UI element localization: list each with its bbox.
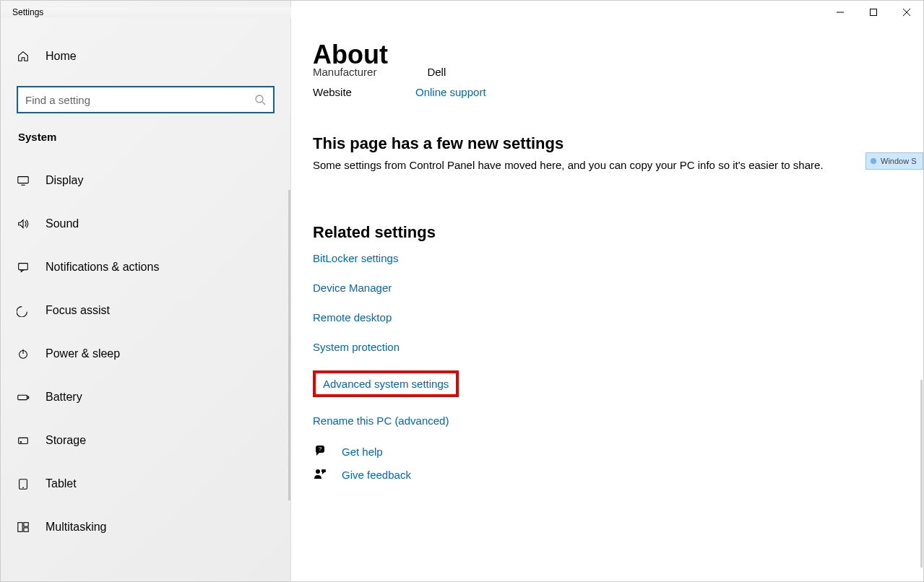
svg-text:?: ? <box>319 446 322 452</box>
svg-point-14 <box>20 442 21 443</box>
svg-rect-18 <box>24 523 28 526</box>
sidebar-item-sound[interactable]: Sound <box>1 202 290 246</box>
sidebar-home[interactable]: Home <box>1 38 290 74</box>
sidebar-item-label: Display <box>46 174 83 187</box>
help-icon: ? <box>313 444 327 459</box>
focus-assist-icon <box>17 304 30 317</box>
online-support-link[interactable]: Online support <box>415 86 486 98</box>
give-feedback-row[interactable]: Give feedback <box>313 467 923 482</box>
sidebar-item-label: Sound <box>46 217 79 230</box>
sidebar-item-label: Storage <box>46 434 86 447</box>
svg-rect-11 <box>18 395 27 399</box>
rename-pc-link[interactable]: Rename this PC (advanced) <box>313 414 449 427</box>
battery-icon <box>17 391 30 404</box>
display-icon <box>17 174 30 187</box>
sidebar-item-focus-assist[interactable]: Focus assist <box>1 289 290 332</box>
sidebar-item-label: Focus assist <box>46 304 110 317</box>
svg-rect-6 <box>18 177 28 183</box>
system-protection-link[interactable]: System protection <box>313 341 400 353</box>
bitlocker-settings-link[interactable]: BitLocker settings <box>313 252 398 264</box>
tablet-icon <box>17 477 30 490</box>
sidebar-item-power-sleep[interactable]: Power & sleep <box>1 332 290 375</box>
advanced-system-settings-highlight: Advanced system settings <box>313 370 459 397</box>
search-box[interactable] <box>17 86 275 113</box>
sidebar-item-notifications[interactable]: Notifications & actions <box>1 246 290 289</box>
get-help-row[interactable]: ? Get help <box>313 444 923 459</box>
sidebar: Home System Display Sound Notifications … <box>1 1 291 581</box>
home-icon <box>17 50 30 63</box>
power-icon <box>17 347 30 360</box>
give-feedback-link[interactable]: Give feedback <box>342 469 411 481</box>
sidebar-item-tablet[interactable]: Tablet <box>1 462 290 505</box>
website-label: Website <box>313 86 356 98</box>
device-manager-link[interactable]: Device Manager <box>313 282 392 294</box>
svg-rect-22 <box>321 469 326 472</box>
advanced-system-settings-link[interactable]: Advanced system settings <box>323 378 449 390</box>
remote-desktop-link[interactable]: Remote desktop <box>313 311 392 323</box>
sidebar-category: System <box>1 123 290 159</box>
sound-icon <box>17 217 30 230</box>
svg-line-5 <box>262 102 265 105</box>
related-settings-heading: Related settings <box>313 223 923 242</box>
sidebar-item-battery[interactable]: Battery <box>1 375 290 419</box>
sidebar-scrollbar[interactable] <box>288 190 290 500</box>
svg-rect-8 <box>19 264 28 270</box>
sidebar-item-storage[interactable]: Storage <box>1 419 290 462</box>
website-row: Website Online support <box>313 86 923 98</box>
sidebar-item-label: Power & sleep <box>46 347 120 360</box>
main-scrollbar[interactable] <box>920 380 923 568</box>
feedback-icon <box>313 467 327 482</box>
sidebar-item-multitasking[interactable]: Multitasking <box>1 505 290 549</box>
get-help-link[interactable]: Get help <box>342 446 383 458</box>
svg-point-4 <box>256 95 263 103</box>
related-links-list: BitLocker settings Device Manager Remote… <box>313 252 923 427</box>
multitasking-icon <box>17 521 30 534</box>
maximize-button[interactable] <box>857 1 890 24</box>
svg-point-21 <box>316 469 320 474</box>
window-title: Settings <box>1 7 291 17</box>
notifications-icon <box>17 261 30 274</box>
sidebar-home-label: Home <box>46 50 77 63</box>
sidebar-item-label: Tablet <box>46 477 77 490</box>
manufacturer-row: Manufacturer Dell <box>313 66 923 79</box>
sidebar-item-label: Multitasking <box>46 521 106 534</box>
svg-rect-13 <box>19 438 28 443</box>
sidebar-item-display[interactable]: Display <box>1 159 290 202</box>
minimize-button[interactable] <box>824 1 857 24</box>
sidebar-item-label: Notifications & actions <box>46 261 159 274</box>
new-settings-heading: This page has a few new settings <box>313 134 923 153</box>
svg-rect-19 <box>24 528 28 531</box>
search-icon <box>254 94 266 105</box>
sidebar-item-label: Battery <box>46 391 82 404</box>
main-content: About Manufacturer Dell Website Online s… <box>291 1 923 581</box>
svg-rect-12 <box>27 396 29 399</box>
search-input[interactable] <box>25 94 254 106</box>
close-button[interactable] <box>890 1 923 24</box>
hint-tag[interactable]: Window S <box>865 152 923 170</box>
new-settings-body: Some settings from Control Panel have mo… <box>313 159 923 171</box>
storage-icon <box>17 434 30 447</box>
svg-rect-17 <box>18 523 22 532</box>
svg-rect-1 <box>871 9 877 16</box>
